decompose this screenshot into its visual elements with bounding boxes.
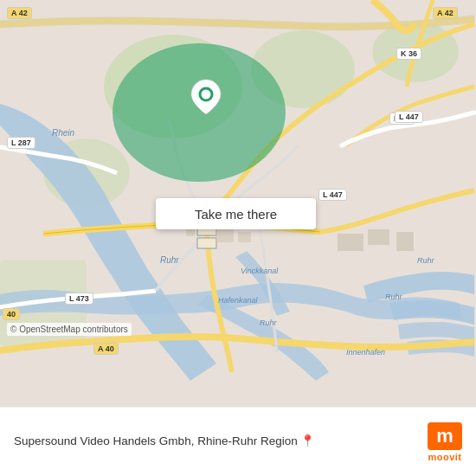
- svg-rect-8: [216, 229, 234, 242]
- location-pin-icon: 📍: [300, 434, 315, 447]
- water-label-ruhr-right: Ruhr: [385, 293, 402, 301]
- svg-rect-11: [338, 234, 363, 251]
- moovit-label: moovit: [428, 452, 461, 462]
- water-label-ruhr-far: Ruhr: [417, 256, 434, 265]
- water-label-vinck: Vinckkanal: [241, 267, 278, 275]
- region-name: Rhine-Ruhr Region: [197, 434, 298, 447]
- road-label-l473: L 473: [65, 293, 93, 305]
- map-attribution: © OpenStreetMap contributors: [7, 323, 132, 336]
- road-label-l287: L 287: [7, 137, 35, 149]
- business-info: Supersound Video Handels Gmbh, Rhine-Ruh…: [14, 434, 428, 450]
- water-label-rhein: Rhein: [52, 128, 74, 138]
- water-label-ruhr-bottom: Ruhr: [260, 318, 277, 327]
- take-me-there-button[interactable]: Take me there: [156, 198, 316, 229]
- road-label-a42-left: A 42: [7, 7, 32, 19]
- road-label-l447-mid: L 447: [318, 189, 347, 201]
- moovit-logo[interactable]: m moovit: [428, 422, 462, 462]
- svg-rect-13: [396, 232, 414, 251]
- moovit-m-icon: m: [428, 422, 462, 450]
- svg-rect-12: [368, 229, 389, 245]
- water-label-hafen: Hafenkanal: [218, 296, 258, 305]
- info-bar: Supersound Video Handels Gmbh, Rhine-Ruh…: [0, 407, 476, 476]
- svg-point-2: [251, 30, 355, 108]
- road-label-l447-top: L 447: [395, 111, 423, 123]
- water-label-ruhr-mid: Ruhr: [160, 255, 179, 265]
- svg-rect-7: [197, 238, 216, 248]
- map-container: A 42 A 42 K 36 K 37 L 287 L 447 L 447 L …: [0, 0, 476, 407]
- road-label-a42-right: A 42: [433, 7, 458, 19]
- water-label-innenhafen: Innenhafen: [346, 348, 385, 357]
- road-label-a40-bottom: A 40: [93, 343, 119, 355]
- svg-rect-9: [238, 232, 251, 242]
- road-label-40-left: 40: [3, 308, 20, 320]
- svg-point-1: [104, 35, 242, 138]
- road-label-k36: K 36: [396, 48, 421, 60]
- business-name: Supersound Video Handels Gmbh: [14, 434, 191, 447]
